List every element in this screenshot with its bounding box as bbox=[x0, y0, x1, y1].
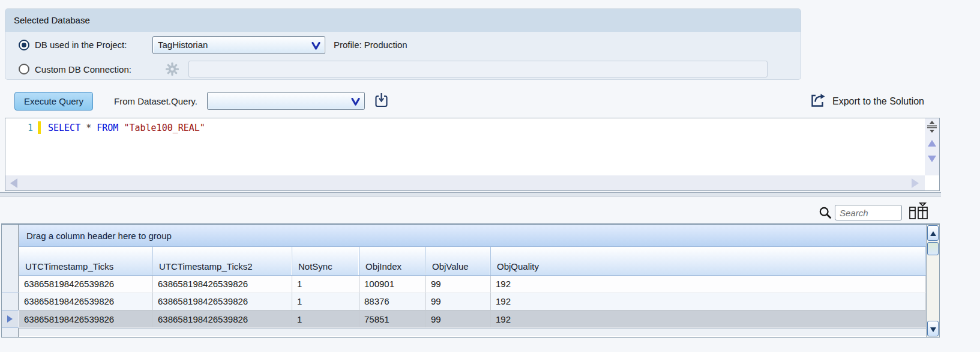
table-cell: 638658198426539826 bbox=[153, 311, 292, 327]
export-to-solution-button[interactable]: Export to the Solution bbox=[810, 93, 924, 111]
dataset-query-label: From Dataset.Query. bbox=[114, 92, 197, 111]
editor-vertical-scrollbar[interactable] bbox=[925, 118, 939, 175]
chevron-down-icon bbox=[351, 97, 360, 108]
custom-db-connection-input[interactable] bbox=[188, 61, 768, 77]
row-indicator-cell[interactable] bbox=[2, 311, 19, 328]
table-cell: 192 bbox=[491, 276, 926, 293]
table-row[interactable]: 6386581984265398266386581984265398261758… bbox=[19, 311, 926, 328]
column-header-ObjValue[interactable]: ObjValue bbox=[426, 247, 491, 275]
grid-scroll-down-button[interactable] bbox=[927, 321, 939, 336]
results-grid: Drag a column header here to group UTCTi… bbox=[1, 223, 940, 338]
group-by-band[interactable]: Drag a column header here to group bbox=[19, 225, 926, 247]
table-cell: 75851 bbox=[359, 311, 426, 327]
grid-content: Drag a column header here to group UTCTi… bbox=[19, 225, 926, 337]
horizontal-splitter[interactable] bbox=[0, 192, 941, 196]
table-cell: 1 bbox=[292, 293, 359, 310]
selected-database-panel: Selected Database DB used in the Project… bbox=[5, 8, 801, 80]
grid-scroll-up-button[interactable] bbox=[927, 225, 939, 241]
sql-code: SELECT * FROM "Table100_REAL" bbox=[41, 123, 205, 133]
table-cell: 638658198426539826 bbox=[153, 293, 292, 310]
splitter-grip-icon[interactable] bbox=[927, 120, 937, 135]
arrow-into-box-icon bbox=[374, 102, 389, 111]
grid-vertical-scrollbar[interactable] bbox=[926, 225, 939, 337]
grid-scroll-thumb[interactable] bbox=[927, 242, 939, 255]
table-row[interactable]: 6386581984265398266386581984265398261100… bbox=[19, 276, 926, 293]
table-cell: 1 bbox=[292, 311, 359, 327]
column-header-UTCTimestamp_Ticks[interactable]: UTCTimestamp_Ticks bbox=[19, 247, 153, 275]
project-db-radio[interactable] bbox=[19, 40, 29, 50]
sql-token: "Table100_REAL" bbox=[118, 123, 205, 133]
row-indicator-cell[interactable] bbox=[2, 293, 19, 311]
sql-editor[interactable]: 1 SELECT * FROM "Table100_REAL" bbox=[5, 118, 940, 191]
custom-db-radio[interactable] bbox=[19, 64, 29, 74]
table-cell: 638658198426539826 bbox=[19, 276, 153, 293]
sql-token: * bbox=[80, 123, 97, 133]
column-chooser-button[interactable] bbox=[907, 202, 930, 221]
line-number: 1 bbox=[5, 123, 38, 133]
table-row[interactable]: 6386581984265398266386581984265398261883… bbox=[19, 293, 926, 311]
project-db-label: DB used in the Project: bbox=[35, 40, 142, 50]
dataset-query-select[interactable] bbox=[207, 92, 365, 110]
column-header-UTCTimestamp_Ticks2[interactable]: UTCTimestamp_Ticks2 bbox=[153, 247, 292, 275]
scroll-down-icon[interactable] bbox=[928, 156, 936, 162]
column-header-NotSync[interactable]: NotSync bbox=[292, 247, 359, 275]
table-cell: 638658198426539826 bbox=[153, 276, 292, 293]
table-cell: 192 bbox=[491, 311, 926, 327]
panel-title: Selected Database bbox=[5, 9, 801, 32]
radio-dot bbox=[22, 43, 26, 47]
column-chooser-icon bbox=[907, 213, 929, 222]
scroll-right-icon[interactable] bbox=[912, 178, 919, 188]
sql-line: 1 SELECT * FROM "Table100_REAL" bbox=[5, 121, 205, 134]
export-label: Export to the Solution bbox=[832, 96, 924, 107]
table-cell: 99 bbox=[426, 311, 491, 327]
grid-header-row: UTCTimestamp_TicksUTCTimestamp_Ticks2Not… bbox=[19, 247, 926, 276]
table-cell: 638658198426539826 bbox=[19, 293, 153, 310]
table-cell: 1 bbox=[292, 276, 359, 293]
scroll-up-icon[interactable] bbox=[928, 140, 936, 147]
sql-token: FROM bbox=[97, 123, 118, 133]
export-icon bbox=[810, 93, 826, 111]
column-header-ObjQuality[interactable]: ObjQuality bbox=[491, 247, 926, 275]
grid-body: 6386581984265398266386581984265398261100… bbox=[19, 276, 926, 328]
project-db-value: TagHistorian bbox=[158, 40, 208, 50]
table-cell: 100901 bbox=[359, 276, 426, 293]
insert-query-button[interactable] bbox=[373, 93, 389, 111]
grid-filler bbox=[19, 328, 926, 336]
row-indicator-cell[interactable] bbox=[2, 276, 19, 293]
table-cell: 638658198426539826 bbox=[19, 311, 153, 327]
database-query-tool: Selected Database DB used in the Project… bbox=[0, 0, 980, 352]
table-cell: 192 bbox=[491, 293, 926, 310]
table-cell: 99 bbox=[426, 293, 491, 310]
editor-horizontal-scrollbar[interactable] bbox=[5, 175, 925, 190]
search-input[interactable] bbox=[835, 205, 902, 220]
sql-token: SELECT bbox=[48, 123, 80, 133]
current-row-arrow-icon bbox=[7, 315, 13, 323]
search-icon bbox=[819, 206, 832, 222]
project-db-row: DB used in the Project: TagHistorian Pro… bbox=[5, 32, 801, 58]
scroll-left-icon[interactable] bbox=[10, 178, 17, 188]
table-cell: 88376 bbox=[359, 293, 426, 310]
chevron-down-icon bbox=[311, 41, 320, 52]
table-cell: 99 bbox=[426, 276, 491, 293]
custom-db-row: Custom DB Connection: bbox=[5, 58, 801, 80]
column-header-ObjIndex[interactable]: ObjIndex bbox=[359, 247, 426, 275]
execute-query-button[interactable]: Execute Query bbox=[14, 92, 93, 111]
gear-icon bbox=[164, 62, 180, 76]
grid-indicator-column bbox=[2, 276, 19, 328]
profile-label: Profile: Production bbox=[334, 40, 407, 50]
triangle-up-icon bbox=[930, 231, 936, 236]
project-db-select[interactable]: TagHistorian bbox=[152, 36, 325, 54]
triangle-down-icon bbox=[930, 327, 936, 332]
custom-db-label: Custom DB Connection: bbox=[35, 64, 149, 74]
